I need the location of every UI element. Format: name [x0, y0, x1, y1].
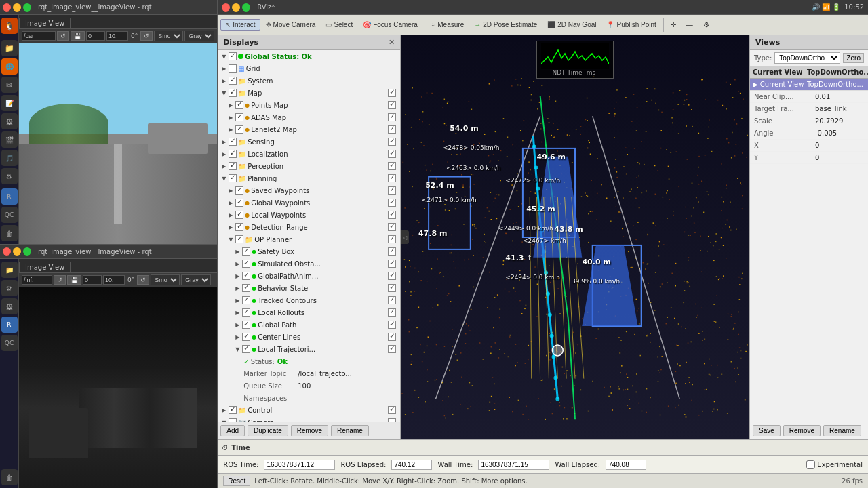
cb-sim-obst[interactable]	[242, 260, 250, 268]
rqt-max-btn[interactable]	[23, 3, 31, 12]
cb-planning-vis[interactable]	[388, 174, 396, 182]
bottom-trash[interactable]: 🗑	[1, 469, 18, 485]
tree-local-rollouts[interactable]: ● Local Rollouts	[218, 306, 400, 319]
tree-sim-obst[interactable]: ● Simulated Obsta...	[218, 258, 400, 270]
cb-l2-vis[interactable]	[388, 125, 396, 134]
cb-local-traj[interactable]	[242, 345, 250, 353]
ros-elapsed-input[interactable]	[391, 460, 432, 470]
files-icon[interactable]: 📁	[1, 40, 18, 56]
tree-saved-wp[interactable]: ● Saved Waypoints	[218, 184, 400, 197]
select-btn[interactable]: ▭ Select	[321, 19, 357, 30]
cb-am-vis[interactable]	[388, 113, 396, 121]
add-btn[interactable]: Add	[220, 425, 245, 436]
tree-perception[interactable]: 📁 Perception	[218, 160, 400, 172]
cb-behavior-state[interactable]	[242, 284, 250, 292]
iv-filter-top[interactable]: SmcSmo	[154, 30, 183, 41]
bottom-icon4[interactable]: R	[1, 317, 18, 333]
tree-control[interactable]: 📁 Control	[218, 404, 400, 416]
bottom-icon1[interactable]: 📁	[1, 262, 18, 278]
cb-sw-vis[interactable]	[388, 186, 396, 195]
iv-zoom-top[interactable]	[106, 31, 128, 41]
cb-tracked-contours[interactable]	[242, 296, 250, 304]
rename-btn[interactable]: Rename	[331, 425, 369, 436]
rviz-min-btn[interactable]	[232, 3, 240, 12]
tree-op-planner[interactable]: 📁 OP Planner	[218, 233, 400, 245]
ros-time-input[interactable]	[264, 460, 335, 470]
cb-pm-vis[interactable]	[388, 101, 396, 109]
image-view-tab-bottom[interactable]: Image View	[19, 262, 71, 272]
tree-points-map[interactable]: ● Points Map	[218, 99, 400, 111]
cb-lw-vis[interactable]	[388, 211, 396, 219]
cb-global-path[interactable]	[242, 321, 250, 329]
iv-reset-btn-top[interactable]: ↺	[140, 31, 153, 41]
iv-reset-btn-bottom[interactable]: ↺	[137, 275, 149, 285]
reset-btn[interactable]: Reset	[223, 476, 250, 486]
browser-icon[interactable]: 🌐	[1, 58, 18, 75]
cb-adas-map[interactable]	[235, 113, 243, 121]
bottom-icon5[interactable]: QC	[1, 335, 18, 351]
cb-map[interactable]	[229, 89, 237, 97]
cb-bs-vis[interactable]	[388, 284, 396, 292]
iv-refresh-btn-bottom[interactable]: ↺	[54, 275, 66, 285]
cb-sensing[interactable]	[229, 138, 237, 146]
interact-btn[interactable]: ↖ Interact	[220, 19, 260, 30]
cb-center-lines[interactable]	[242, 333, 250, 341]
rqt-bottom-min-btn[interactable]	[13, 247, 21, 256]
remove-btn[interactable]: Remove	[291, 425, 328, 436]
rviz-close-btn[interactable]	[222, 3, 230, 12]
wall-elapsed-input[interactable]	[606, 460, 646, 470]
cb-lanelet2[interactable]	[235, 125, 243, 134]
image-view-tab[interactable]: Image View	[19, 18, 71, 28]
cb-ctrl-vis[interactable]	[388, 406, 396, 414]
cb-op-vis[interactable]	[388, 235, 396, 243]
cb-gpa-vis[interactable]	[388, 272, 396, 280]
video-icon[interactable]: 🎬	[1, 131, 18, 148]
music-icon[interactable]: 🎵	[1, 150, 18, 166]
photo-icon[interactable]: 🖼	[1, 113, 18, 129]
tree-global-status[interactable]: Global Status: Ok	[218, 50, 400, 62]
views-save-btn[interactable]: Save	[753, 425, 781, 436]
bottom-icon3[interactable]: 🖼	[1, 298, 18, 314]
cb-perception[interactable]	[229, 162, 237, 170]
zero-btn[interactable]: Zero	[843, 53, 864, 63]
cb-dr-vis[interactable]	[388, 223, 396, 231]
cb-cl-vis[interactable]	[388, 333, 396, 341]
trash-icon[interactable]: 🗑	[1, 225, 18, 241]
iv-refresh-btn-top[interactable]: ↺	[57, 31, 69, 41]
cb-loc-vis[interactable]	[388, 150, 396, 158]
qa-icon[interactable]: QC	[1, 207, 18, 223]
tree-global-wp[interactable]: ● Global Waypoints	[218, 197, 400, 209]
rviz-max-btn[interactable]	[242, 3, 250, 12]
move-camera-btn[interactable]: ✥ Move Camera	[261, 19, 321, 30]
tree-local-traj[interactable]: ● Local Trajectori...	[218, 343, 400, 355]
cb-saved-wp[interactable]	[235, 186, 243, 195]
measure-btn[interactable]: ≈ Measure	[427, 19, 469, 30]
tree-adas-map[interactable]: ● ADAS Map	[218, 111, 400, 123]
views-type-select[interactable]: TopDownOrtho	[774, 52, 840, 64]
cb-global-wp[interactable]	[235, 199, 243, 207]
tree-local-wp[interactable]: ● Local Waypoints	[218, 209, 400, 221]
iv-save-btn-top[interactable]: 💾	[71, 31, 85, 41]
cb-global-status[interactable]	[229, 52, 237, 60]
cb-planning[interactable]	[229, 174, 237, 182]
wall-time-input[interactable]	[478, 460, 549, 470]
publish-point-btn[interactable]: 📍 Publish Point	[601, 19, 660, 30]
cb-tc-vis[interactable]	[388, 296, 396, 304]
cb-local-rollouts[interactable]	[242, 308, 250, 317]
cb-localization[interactable]	[229, 150, 237, 158]
tree-localization[interactable]: 📁 Localization	[218, 148, 400, 160]
nav-goal-btn[interactable]: ⬛ 2D Nav Goal	[542, 19, 601, 30]
cb-lr-vis[interactable]	[388, 308, 396, 317]
cb-control[interactable]	[229, 406, 237, 414]
bottom-icon2[interactable]: ⚙	[1, 280, 18, 296]
pose-estimate-btn[interactable]: → 2D Pose Estimate	[469, 19, 542, 30]
scene-canvas[interactable]	[401, 35, 749, 439]
cb-safety-box[interactable]	[242, 247, 250, 256]
tree-safety-box[interactable]: ● Safety Box	[218, 245, 400, 258]
cb-gp-vis[interactable]	[388, 321, 396, 329]
iv-color-bottom[interactable]: Gray	[181, 274, 211, 285]
cb-op-planner[interactable]	[235, 235, 243, 243]
tree-map[interactable]: 📁 Map	[218, 87, 400, 99]
toolbar-extra2[interactable]: —	[682, 19, 698, 30]
rqt-bottom-max-btn[interactable]	[23, 247, 31, 256]
